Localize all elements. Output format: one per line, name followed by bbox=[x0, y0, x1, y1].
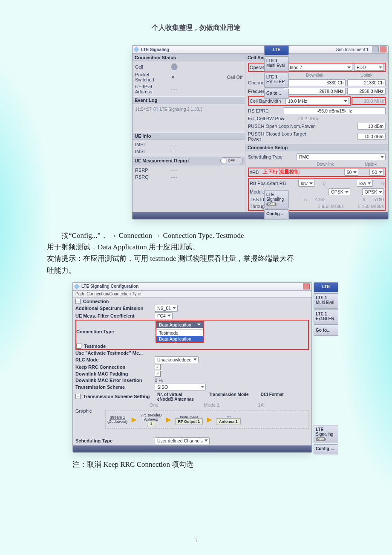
sidetab-lte[interactable]: LTE bbox=[314, 282, 338, 292]
pusch-closed-value[interactable]: 10.0 dBm bbox=[357, 133, 386, 140]
sidetab-ext-bler[interactable]: LTE 1Ext.BLER bbox=[314, 309, 338, 325]
sidetab-goto[interactable]: Go to... bbox=[314, 326, 338, 336]
sched-dropdown[interactable]: User defined Channels bbox=[155, 437, 210, 444]
chevron-down-icon bbox=[347, 66, 351, 69]
para-1c: 友情提示：在应用测试前，可用 testmode 测试物理层吞吐量，掌握终端最大吞 bbox=[47, 253, 345, 264]
close-button[interactable] bbox=[380, 46, 386, 52]
cell-bw-ul: 10.0 MHz bbox=[353, 98, 384, 104]
node-dlpad[interactable]: Downlink MAC Padding bbox=[75, 371, 152, 376]
tbs-a: 5 bbox=[298, 197, 307, 202]
val-antennas: One bbox=[150, 402, 200, 408]
chevron-down-icon bbox=[205, 439, 208, 442]
node-dlerr[interactable]: Downlink MAC Error Insertion bbox=[75, 378, 152, 383]
event-time: 11:54:57 bbox=[135, 107, 152, 112]
keeprrc-checkbox[interactable]: ✓ bbox=[155, 364, 161, 370]
rbpos-ul-dropdown[interactable]: low bbox=[357, 180, 373, 187]
stream-label: Stream 1 (Codeword) bbox=[107, 415, 127, 424]
chevron-down-icon bbox=[379, 171, 382, 173]
duplex-dropdown[interactable]: FDD bbox=[354, 64, 384, 71]
thr-ul: 5.160 MBit/s bbox=[346, 204, 384, 209]
ase-dropdown[interactable]: NS_01 bbox=[155, 305, 178, 312]
col-antennas: Nr. of virtual eNodeB Antennas bbox=[157, 392, 205, 402]
connection-status-header: Connection Status bbox=[133, 54, 245, 61]
tbs-d: 5160 bbox=[367, 197, 384, 202]
node-tscheme[interactable]: Transmission Scheme bbox=[75, 384, 152, 390]
node-ase[interactable]: Additional Spectrum Emission bbox=[75, 306, 152, 311]
rbpos-dl-dropdown[interactable]: low bbox=[298, 180, 314, 187]
node-uefc[interactable]: UE Meas. Filter Coefficient bbox=[75, 313, 152, 318]
rsrp-label: RSRP bbox=[135, 168, 169, 173]
lte-signaling-window: LTE Signaling Sub Instrument 1 Connectio… bbox=[132, 45, 389, 220]
antenna-icon bbox=[171, 64, 178, 70]
sched-type-dropdown[interactable]: RMC bbox=[297, 153, 386, 160]
rsrq-label: RSRQ bbox=[135, 174, 169, 179]
rsepre-value[interactable]: -56.0 dBm/15kHz bbox=[284, 107, 386, 114]
para-1d: 吐能力。 bbox=[47, 265, 345, 276]
chevron-down-icon bbox=[345, 191, 349, 193]
window-title: LTE Signaling bbox=[141, 47, 169, 52]
channel-dl[interactable]: 3330 Ch bbox=[284, 79, 346, 86]
channel-ul[interactable]: 21330 Ch bbox=[347, 79, 386, 86]
thr-dl: 3.953 MBit/s bbox=[298, 204, 344, 209]
ue-meas-toggle[interactable]: OFF bbox=[220, 157, 243, 164]
chevron-down-icon bbox=[344, 100, 347, 102]
node-tsset[interactable]: Transmission Scheme Setting bbox=[83, 394, 155, 399]
chevron-down-icon bbox=[167, 315, 171, 317]
chevron-down-icon bbox=[173, 307, 176, 309]
uefc-dropdown[interactable]: FC4 bbox=[155, 312, 173, 319]
op-band-dropdown[interactable]: Band 7 bbox=[285, 64, 352, 71]
sidetab-multi-eval[interactable]: LTE 1Multi Eval bbox=[314, 293, 338, 309]
freq-ul[interactable]: 2558.0 MHz bbox=[347, 88, 386, 95]
sidetab-config[interactable]: Config ... bbox=[314, 444, 338, 454]
val-dci: 1A bbox=[258, 402, 309, 408]
collapse-icon[interactable]: − bbox=[76, 344, 81, 349]
conntype-dropdown[interactable]: Data Application Testmode Data Applicati… bbox=[156, 321, 204, 343]
lte-config-window: LTE Signaling Configuration Path: Connec… bbox=[72, 282, 312, 453]
packet-switched-label: Packet Switched bbox=[135, 72, 169, 82]
mod-ul-dropdown[interactable]: QPSK bbox=[362, 188, 384, 195]
node-conntype[interactable]: Connection Type bbox=[76, 329, 153, 334]
sidetab-goto[interactable]: Go to... bbox=[264, 89, 289, 99]
close-button[interactable] bbox=[303, 283, 310, 289]
dlpad-checkbox[interactable]: ✓ bbox=[155, 371, 161, 377]
conntype-opt-testmode[interactable]: Testmode bbox=[156, 330, 203, 336]
downlink-col: Downlink bbox=[284, 73, 346, 78]
tbs-b: 4392 bbox=[308, 197, 326, 202]
sidetab-ext-bler[interactable]: LTE 1Ext.BLER bbox=[264, 72, 289, 88]
sidetab-multi-eval[interactable]: LTE 1Multi Eval bbox=[264, 56, 289, 72]
chevron-down-icon bbox=[368, 182, 371, 185]
title-bar: LTE Signaling Configuration bbox=[73, 283, 311, 291]
freq-dl[interactable]: 2678.0 MHz bbox=[284, 88, 346, 95]
sidetab-lte[interactable]: LTE bbox=[264, 45, 289, 55]
rb-ul-dropdown[interactable]: 50 bbox=[369, 169, 384, 176]
sidetab-signaling[interactable]: LTESignalingOFF bbox=[314, 425, 338, 443]
rb-dl-dropdown[interactable]: 50 bbox=[344, 169, 359, 176]
chevron-down-icon bbox=[193, 358, 197, 361]
node-testmode[interactable]: Testmode bbox=[84, 344, 156, 349]
rbpos-ul-n: 0 bbox=[375, 181, 384, 186]
note-line: 注：取消 Keep RRC Connection 项勾选 bbox=[0, 455, 392, 469]
cell-bw-dl-dropdown[interactable]: 10.0 MHz bbox=[285, 98, 349, 104]
sidetab-config[interactable]: Config ... bbox=[264, 209, 289, 220]
node-sched[interactable]: Scheduling Type bbox=[75, 438, 152, 443]
cell-label: Cell bbox=[135, 64, 169, 69]
val-txmode: Mode 1 bbox=[204, 402, 254, 408]
mod-dl-dropdown[interactable]: QPSK bbox=[329, 188, 350, 195]
collapse-icon[interactable]: − bbox=[75, 394, 81, 399]
node-useact[interactable]: Use "Activate Testmode" Me... bbox=[75, 350, 152, 356]
conntype-opt-dataapp[interactable]: Data Application bbox=[156, 336, 203, 342]
sidetab-signaling[interactable]: LTESignalingOFF bbox=[264, 190, 289, 208]
rbpos-dl-n: 0 bbox=[316, 181, 326, 186]
collapse-icon[interactable]: − bbox=[75, 299, 81, 304]
node-rlc[interactable]: RLC Mode bbox=[75, 357, 152, 362]
pusch-open-value[interactable]: 10 dBm bbox=[357, 123, 386, 130]
node-graphic: Graphic bbox=[75, 408, 101, 413]
minimize-button[interactable] bbox=[372, 46, 379, 52]
body-text: 按“Config...”， → Connection → Connection … bbox=[0, 222, 392, 276]
tscheme-dropdown[interactable]: SISO bbox=[155, 384, 206, 390]
path-line: Path: Connection/Connection Type bbox=[73, 291, 311, 298]
chevron-down-icon bbox=[309, 182, 313, 185]
rlc-dropdown[interactable]: Unacknowledged bbox=[155, 356, 199, 363]
node-connection[interactable]: Connection bbox=[83, 299, 160, 304]
node-keeprrc[interactable]: Keep RRC Connection bbox=[75, 364, 152, 370]
